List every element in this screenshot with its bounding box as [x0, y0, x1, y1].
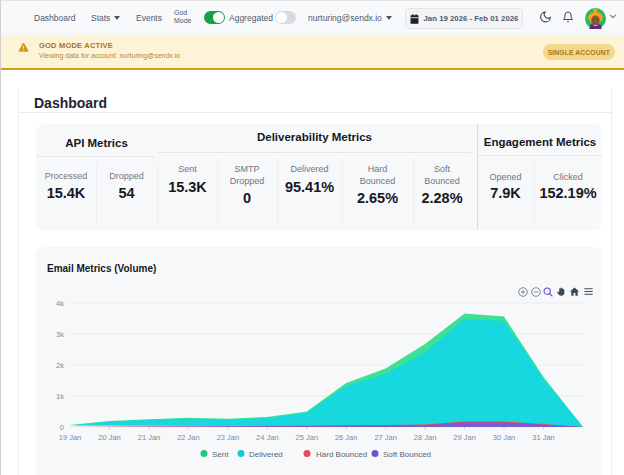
svg-text:28 Jan: 28 Jan: [414, 433, 437, 442]
svg-text:31 Jan: 31 Jan: [532, 433, 555, 442]
svg-text:27 Jan: 27 Jan: [374, 433, 397, 442]
svg-text:20 Jan: 20 Jan: [98, 433, 121, 442]
svg-text:26 Jan: 26 Jan: [335, 433, 358, 442]
svg-text:25 Jan: 25 Jan: [296, 433, 319, 442]
svg-text:24 Jan: 24 Jan: [256, 433, 279, 442]
svg-text:Hard Bounced: Hard Bounced: [316, 450, 367, 459]
svg-text:30 Jan: 30 Jan: [493, 433, 516, 442]
svg-text:19 Jan: 19 Jan: [59, 433, 82, 442]
svg-text:2k: 2k: [56, 361, 64, 370]
svg-text:1k: 1k: [56, 392, 64, 401]
svg-text:Delivered: Delivered: [249, 450, 283, 459]
svg-text:4k: 4k: [56, 299, 64, 308]
svg-text:Sent: Sent: [212, 450, 229, 459]
svg-text:29 Jan: 29 Jan: [453, 433, 476, 442]
svg-text:0: 0: [60, 423, 64, 432]
svg-text:Soft Bounced: Soft Bounced: [383, 450, 431, 459]
svg-text:22 Jan: 22 Jan: [177, 433, 200, 442]
svg-text:23 Jan: 23 Jan: [217, 433, 240, 442]
svg-text:3k: 3k: [56, 330, 64, 339]
svg-text:21 Jan: 21 Jan: [138, 433, 161, 442]
